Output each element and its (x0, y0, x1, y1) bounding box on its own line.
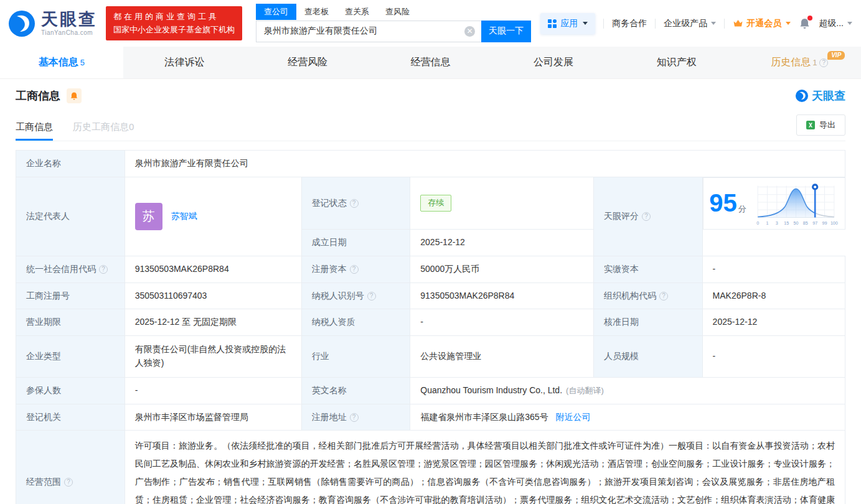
help-icon[interactable]: ? (350, 265, 359, 274)
help-icon[interactable]: ? (99, 265, 108, 274)
crown-icon (733, 19, 743, 28)
search-tab-relation[interactable]: 查关系 (337, 4, 377, 20)
chevron-down-icon (711, 22, 716, 25)
search-button[interactable]: 天眼一下 (481, 21, 531, 42)
bell-icon (70, 91, 78, 101)
business-scope-text: 许可项目：旅游业务。（依法须经批准的项目，经相关部门批准后方可开展经营活动，具体… (135, 437, 835, 504)
field-label-text: 统一社会信用代码 (26, 264, 96, 274)
subtab-business-registration[interactable]: 工商信息 (16, 121, 53, 141)
avatar[interactable]: 苏 (135, 203, 162, 230)
tab-legal-cases[interactable]: 法律诉讼 (123, 47, 247, 78)
legal-rep-link[interactable]: 苏智斌 (171, 210, 197, 223)
nav-enterprise[interactable]: 企业级产品 (664, 18, 716, 29)
tab-count: 1 (812, 58, 817, 67)
nav-open-vip[interactable]: 开通会员 (733, 18, 791, 29)
tianyancha-logo-icon (7, 9, 36, 38)
help-icon[interactable]: ? (642, 212, 651, 221)
table-row: 参保人数 - 英文名称 Quanzhou Tourism Industry Co… (16, 377, 845, 404)
svg-text:99: 99 (822, 220, 827, 225)
help-icon[interactable]: ? (659, 292, 668, 301)
bell-curve-area (758, 189, 834, 217)
help-icon[interactable]: ? (64, 478, 73, 487)
chart-tick-labels: 0 1 3 15 50 85 97 99 100 (756, 220, 838, 225)
apps-button[interactable]: 应用 (540, 13, 595, 34)
field-label-text: 天眼评分 (604, 211, 639, 221)
help-icon[interactable]: ? (367, 292, 376, 301)
nav-super-vip[interactable]: 超级... (819, 18, 852, 29)
field-label: 纳税人识别号? (301, 282, 410, 309)
svg-text:15: 15 (784, 220, 789, 225)
est-date-value: 2025-12-12 (410, 230, 594, 256)
reg-capital-value: 50000万人民币 (410, 256, 594, 282)
tab-basic-info[interactable]: 基本信息 5 (0, 47, 123, 78)
divider (655, 19, 656, 29)
svg-text:0: 0 (756, 220, 759, 225)
score-marker-pin-center (814, 185, 816, 188)
business-term-value: 2025-12-12 至 无固定期限 (125, 309, 301, 336)
tab-label: 法律诉讼 (164, 56, 204, 69)
auto-translate-note: (自动翻译) (566, 386, 604, 395)
english-name-value: Quanzhou Tourism Industry Co., Ltd.(自动翻译… (410, 377, 845, 404)
taxpayer-quality-value: - (410, 309, 594, 336)
tianyancha-logo-icon (795, 89, 809, 103)
help-icon[interactable]: ? (350, 413, 359, 422)
tianyancha-logo[interactable]: 天眼查 TianYanCha.com (7, 9, 97, 38)
subtab-history-registration[interactable]: 历史工商信息0 (73, 121, 134, 141)
notifications-bell[interactable] (799, 17, 811, 30)
subscribe-bell-chip[interactable] (67, 88, 82, 103)
field-label: 登记状态? (301, 177, 410, 230)
search-tabs: 查公司 查老板 查关系 查风险 (256, 5, 531, 20)
tab-label: 公司发展 (534, 56, 573, 69)
svg-text:1: 1 (766, 220, 768, 225)
search-tab-company[interactable]: 查公司 (256, 4, 296, 20)
field-label: 成立日期 (301, 230, 410, 256)
site-header: 天眼查 TianYanCha.com 都在用的商业查询工具 国家中小企业发展子基… (0, 0, 861, 47)
reg-address-value: 福建省泉州市丰泽区泉山路365号 附近公司 (410, 404, 845, 431)
table-row: 统一社会信用代码? 91350503MAK26P8R84 注册资本? 50000… (16, 256, 845, 282)
tab-label: 基本信息 (39, 56, 78, 69)
field-label: 营业期限 (16, 309, 125, 336)
field-label: 企业类型 (16, 335, 125, 377)
clear-search-icon[interactable]: ✕ (464, 26, 475, 37)
svg-text:85: 85 (803, 220, 808, 225)
logo-name: 天眼查 (41, 11, 97, 28)
content: 工商信息 天眼查 工商信息 历史工商信息0 导出 (0, 88, 861, 504)
tab-company-development[interactable]: 公司发展 (492, 47, 615, 78)
field-label: 法定代表人 (16, 177, 125, 256)
field-label-text: 注册资本 (312, 264, 347, 274)
excel-icon (806, 121, 815, 129)
search-tab-boss[interactable]: 查老板 (296, 4, 337, 20)
nav-enterprise-label: 企业级产品 (664, 18, 707, 29)
nearby-companies-link[interactable]: 附近公司 (556, 412, 591, 422)
search-tab-risk[interactable]: 查风险 (377, 4, 418, 20)
company-type-value: 有限责任公司(非自然人投资或控股的法人独资) (125, 335, 301, 377)
field-label: 核准日期 (593, 309, 702, 336)
score-value: 95分 (709, 190, 746, 216)
help-icon[interactable]: ? (350, 199, 359, 208)
search-input[interactable] (256, 21, 481, 42)
table-row: 工商注册号 350503110697403 纳税人识别号? 91350503MA… (16, 282, 845, 309)
field-label-text: 纳税人识别号 (312, 291, 364, 301)
export-button[interactable]: 导出 (796, 114, 845, 136)
reg-authority-value: 泉州市丰泽区市场监督管理局 (125, 404, 301, 431)
svg-text:97: 97 (812, 220, 817, 225)
section-title: 工商信息 (16, 88, 60, 103)
english-name-text: Quanzhou Tourism Industry Co., Ltd. (420, 385, 562, 395)
field-label-text: 经营范围 (26, 477, 61, 487)
tab-business-info[interactable]: 经营信息 (369, 47, 492, 78)
logo-domain: TianYanCha.com (41, 30, 97, 36)
org-code-value: MAK26P8R-8 (702, 282, 845, 309)
field-label: 统一社会信用代码? (16, 256, 125, 282)
divider (603, 19, 604, 29)
tab-history-info[interactable]: VIP 历史信息 1 ? (738, 47, 861, 78)
chevron-down-icon (847, 22, 852, 25)
promo-line2: 国家中小企业发展子基金旗下机构 (113, 24, 235, 36)
nav-cooperation[interactable]: 商务合作 (612, 18, 647, 29)
business-info-table: 企业名称 泉州市旅游产业有限责任公司 法定代表人 苏 苏智斌 登记状态? 存续 (16, 150, 845, 504)
divider (724, 19, 725, 29)
tab-intellectual-property[interactable]: 知识产权 (615, 47, 738, 78)
tab-business-risk[interactable]: 经营风险 (246, 47, 369, 78)
export-label: 导出 (819, 119, 835, 131)
promo-line1: 都在用的商业查询工具 (113, 11, 235, 23)
score-distribution-chart: 0 1 3 15 50 85 97 99 100 (753, 180, 839, 226)
